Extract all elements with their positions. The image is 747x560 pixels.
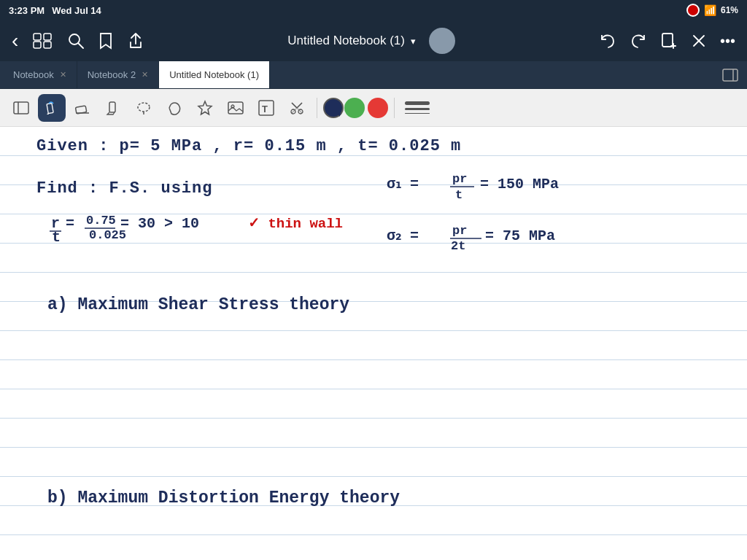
svg-text:0.75: 0.75 [86,214,116,228]
redo-icon[interactable] [630,32,647,50]
color-picker-group[interactable]: ▾ [323,98,341,118]
toolbar: T ▾ [0,89,747,127]
tab-sidebar-toggle[interactable] [716,61,744,88]
separator2 [394,98,395,118]
dropdown-arrow: ▾ [411,36,416,47]
svg-marker-20 [198,101,212,114]
more-options[interactable]: ••• [720,33,735,50]
svg-text:Find   :   F.S.   using: Find : F.S. using [36,179,212,198]
svg-text:✓ thin wall: ✓ thin wall [248,216,343,232]
grid-icon[interactable] [33,33,53,49]
separator1 [317,98,317,118]
wifi-icon: 📶 [704,4,716,16]
back-button[interactable]: ‹ [12,29,18,52]
bookmark-icon[interactable] [98,32,113,50]
svg-text:pr: pr [452,224,467,238]
tab-untitled[interactable]: Untitled Notebook (1) [159,61,270,88]
battery-icon: 61% [721,5,738,15]
svg-rect-18 [109,102,115,112]
svg-text:b)   Maximum  Distortion  Ener: b) Maximum Distortion Energy theory [47,489,400,508]
tab-bar: Notebook ✕ Notebook 2 ✕ Untitled Noteboo… [0,61,747,89]
svg-text:=: = [66,215,74,232]
scissors-tool-btn[interactable] [283,94,311,122]
svg-point-19 [138,103,150,112]
svg-rect-21 [228,102,243,114]
svg-rect-6 [662,34,673,47]
svg-text:= 30  >  10: = 30 > 10 [120,215,199,232]
image-tool-btn[interactable] [222,94,249,122]
tab-close-notebook[interactable]: ✕ [60,70,66,79]
status-bar: 3:23 PM Wed Jul 14 📶 61% [0,0,747,20]
svg-rect-3 [44,42,51,48]
title-bar: ‹ Untitled Notebook (1) ▾ [0,20,747,61]
svg-text:t: t [52,229,61,246]
svg-text:=  75  MPa: = 75 MPa [485,228,555,244]
undo-icon[interactable] [599,32,616,50]
color-green[interactable] [344,98,365,118]
svg-line-28 [297,103,302,108]
handwriting-svg: Given : p= 5 MPa , r= 0.15 m , t= 0.025 … [0,127,747,560]
highlighter-tool-btn[interactable] [99,94,127,122]
search-icon[interactable] [68,33,84,49]
svg-text:2t: 2t [451,239,465,253]
lasso2-tool-btn[interactable] [160,94,188,122]
color-red[interactable] [368,98,388,118]
share-icon[interactable] [128,32,144,50]
line-thin[interactable] [405,113,430,114]
svg-rect-0 [34,34,41,40]
notebook-content: Given : p= 5 MPa , r= 0.15 m , t= 0.025 … [0,127,747,560]
svg-text:σ₁  =: σ₁ = [387,176,419,192]
page-panel-icon [722,69,738,82]
close-icon[interactable] [691,33,707,49]
tab-notebook2[interactable]: Notebook 2 ✕ [77,61,160,88]
sidebar-toggle-btn[interactable] [7,94,35,122]
svg-text:t: t [455,188,462,202]
svg-text:T: T [262,104,268,114]
svg-rect-11 [723,69,738,81]
notebook-title[interactable]: Untitled Notebook (1) ▾ [287,28,455,54]
svg-rect-13 [14,102,28,114]
star-tool-btn[interactable] [191,94,219,122]
lined-paper[interactable]: Given : p= 5 MPa , r= 0.15 m , t= 0.025 … [0,127,747,560]
line-medium[interactable] [405,108,430,110]
svg-text:= 150  MPa: = 150 MPa [480,176,559,192]
svg-text:a)   Maximum  Shear  Stress  t: a) Maximum Shear Stress theory [47,295,349,314]
tab-close-notebook2[interactable]: ✕ [142,70,148,79]
svg-rect-1 [44,34,51,40]
svg-rect-2 [34,42,41,48]
line-thick[interactable] [405,101,430,105]
svg-rect-15 [47,103,53,113]
svg-text:Given   :   p= 5 MPa  ,  r= 0.: Given : p= 5 MPa , r= 0.15 m , t= 0.025 … [36,137,461,155]
lasso-tool-btn[interactable] [130,94,158,122]
svg-line-5 [78,43,83,48]
eraser-tool-btn[interactable] [69,94,96,122]
tab-notebook[interactable]: Notebook ✕ [3,61,77,88]
svg-text:pr: pr [452,172,467,186]
pen-tool-btn[interactable] [38,94,66,122]
text-tool-btn[interactable]: T [252,94,280,122]
svg-text:σ₂  =: σ₂ = [387,228,419,244]
add-page-icon[interactable] [660,32,678,50]
line-sizes [400,100,434,116]
time: 3:23 PM [9,5,44,16]
date: Wed Jul 14 [52,5,101,16]
record-icon [686,4,700,17]
svg-line-27 [292,103,297,108]
